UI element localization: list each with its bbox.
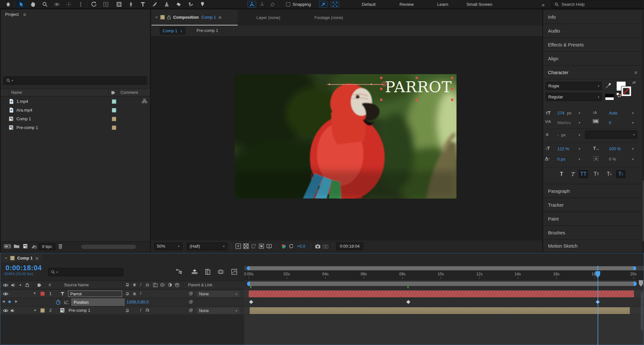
layer-name[interactable]: Pre-comp 1 xyxy=(69,308,90,313)
time-ruler[interactable]: 0:00s 02s 04s 06s 08s 10s 12s 14s 16s 18… xyxy=(244,271,644,280)
shape-tool[interactable] xyxy=(114,0,124,8)
position-value[interactable]: 1308,0,80,0 xyxy=(127,300,149,304)
close-tab-icon[interactable]: × xyxy=(5,256,7,261)
composition-viewport[interactable]: PARROT xyxy=(151,36,543,240)
swap-fill-stroke-icon[interactable]: ⇄ xyxy=(632,80,636,85)
faux-bold-button[interactable]: T xyxy=(557,170,566,178)
label-color-chip[interactable] xyxy=(112,108,116,113)
magnification-dropdown[interactable]: 50% ▾ xyxy=(154,242,182,250)
caret-icon[interactable]: ▾ xyxy=(579,147,580,151)
graph-editor-icon[interactable] xyxy=(231,269,237,275)
breadcrumb-current[interactable]: Comp 1 ‹ xyxy=(159,27,186,35)
layer-row-parrot[interactable]: ▾ 1 Parrot / @ None ▾ xyxy=(0,290,244,298)
rotation-tool[interactable] xyxy=(89,0,99,8)
timeline-navigator[interactable] xyxy=(244,266,644,271)
layer-audio-speaker-icon[interactable] xyxy=(10,309,15,313)
kerning-value[interactable]: Metrics xyxy=(557,120,571,125)
region-of-interest-button[interactable] xyxy=(250,243,257,250)
shy-switch-icon[interactable] xyxy=(125,309,130,313)
zoom-tool[interactable] xyxy=(40,0,50,8)
pan-behind-tool[interactable] xyxy=(101,0,111,8)
layer-tab[interactable]: Layer (none) xyxy=(256,9,280,25)
collapse-layer-icon[interactable]: ▸ xyxy=(34,308,36,312)
previous-keyframe-button[interactable]: ◀ xyxy=(2,300,5,303)
draft-3d-icon[interactable] xyxy=(191,269,198,275)
snapping-checkbox[interactable] xyxy=(286,2,290,6)
selection-handle[interactable] xyxy=(416,77,418,79)
eyedropper-icon[interactable] xyxy=(605,82,611,89)
project-horizontal-scrollbar[interactable] xyxy=(81,245,136,249)
panel-audio[interactable]: Audio xyxy=(543,24,642,38)
small-caps-button[interactable]: TT xyxy=(591,170,601,178)
breadcrumb-parent[interactable]: Pre-comp 1 xyxy=(197,28,218,33)
project-panel-menu-icon[interactable]: ≡ xyxy=(23,12,26,17)
quality-switch[interactable]: / xyxy=(140,291,141,296)
caret-icon[interactable]: ▾ xyxy=(632,157,634,161)
vertical-scale-value[interactable]: 122 % xyxy=(557,146,569,151)
superscript-button[interactable]: T1 xyxy=(604,170,614,178)
panel-info[interactable]: Info xyxy=(543,10,642,24)
property-row-position[interactable]: ◀ ◆ ▶ Position 1308,0,80,0 @ xyxy=(0,298,244,306)
workspace-overflow-button[interactable]: » xyxy=(542,2,544,7)
font-style-dropdown[interactable]: Regular ▾ xyxy=(546,93,602,101)
frame-blending-icon[interactable] xyxy=(205,269,211,275)
stroke-style-dropdown[interactable]: ▾ xyxy=(585,131,637,139)
layer-label-chip[interactable] xyxy=(40,308,45,313)
workspace-small-screen[interactable]: Small Screen xyxy=(466,2,492,7)
selection-handle[interactable] xyxy=(451,99,453,101)
caret-icon[interactable]: ▾ xyxy=(632,111,634,115)
project-item-row[interactable]: Comp 1 xyxy=(1,114,147,123)
view-layout-button[interactable] xyxy=(265,243,273,250)
add-keyframe-button[interactable]: ◆ xyxy=(8,299,11,304)
selection-handle[interactable] xyxy=(380,99,382,101)
selection-tool[interactable] xyxy=(16,0,26,8)
navigator-start-handle[interactable] xyxy=(247,266,250,270)
snap-bounds-toggle[interactable] xyxy=(331,1,339,8)
timeline-tab[interactable]: × Comp 1 ≡ xyxy=(1,254,42,262)
selection-handle[interactable] xyxy=(416,99,418,101)
project-panel-title[interactable]: Project xyxy=(5,12,19,17)
viewer-menu-icon[interactable]: ≡ xyxy=(219,15,222,20)
label-color-chip[interactable] xyxy=(112,117,116,121)
panel-motion-sketch[interactable]: Motion Sketch xyxy=(543,240,642,252)
caret-icon[interactable]: ▾ xyxy=(579,157,580,161)
work-area-bar[interactable] xyxy=(248,281,635,286)
font-size-value[interactable]: 274 xyxy=(557,111,564,115)
all-caps-button[interactable]: TT xyxy=(579,170,588,178)
work-area-end-handle[interactable] xyxy=(634,281,637,286)
pen-tool[interactable] xyxy=(126,0,136,8)
effects-switch[interactable]: fx xyxy=(145,308,149,312)
subscript-button[interactable]: T1 xyxy=(616,170,626,178)
footage-tab[interactable]: Footage (none) xyxy=(314,9,343,25)
tracking-value[interactable]: 0 xyxy=(609,120,611,125)
timeline-search-field[interactable]: ▾ xyxy=(48,268,123,276)
selection-handle[interactable] xyxy=(451,77,453,79)
panel-paragraph[interactable]: Paragraph xyxy=(543,184,642,198)
selection-handle[interactable] xyxy=(380,77,382,79)
resolution-dropdown[interactable]: (Half) ▾ xyxy=(187,242,227,250)
project-search-field[interactable]: ▾ xyxy=(3,76,147,85)
parent-dropdown[interactable]: None ▾ xyxy=(197,291,239,297)
workspace-learn[interactable]: Learn xyxy=(437,2,448,7)
project-item-row[interactable]: Pre-comp 1 xyxy=(1,123,147,132)
exposure-value[interactable]: +0,0 xyxy=(297,244,305,249)
preview-timecode[interactable]: 0:00:18:04 xyxy=(336,242,363,250)
project-item-row[interactable]: Ara.mp4 xyxy=(1,106,147,114)
column-comment[interactable]: Comment xyxy=(120,90,138,95)
composition-tab[interactable]: × Composition Comp 1 ≡ xyxy=(151,9,238,25)
workspace-review[interactable]: Review xyxy=(399,2,414,7)
type-tool[interactable] xyxy=(138,0,148,8)
layer-name-input[interactable]: Parrot xyxy=(68,291,122,297)
puppet-pin-tool[interactable] xyxy=(197,0,207,8)
navigator-bar[interactable] xyxy=(248,266,635,270)
keyframe-diamond[interactable] xyxy=(406,300,410,304)
caret-icon[interactable]: ▾ xyxy=(579,121,580,124)
snap-arrow-toggle[interactable] xyxy=(319,1,328,8)
motion-path-keyframe-dot[interactable] xyxy=(370,84,372,85)
caret-icon[interactable]: ▾ xyxy=(632,121,634,124)
roto-brush-tool[interactable] xyxy=(186,0,195,8)
collapse-switch-icon[interactable] xyxy=(132,292,137,296)
parent-dropdown[interactable]: None ▾ xyxy=(197,308,239,314)
stopwatch-icon[interactable] xyxy=(56,300,61,305)
parent-pickwhip-icon[interactable]: @ xyxy=(189,308,193,312)
